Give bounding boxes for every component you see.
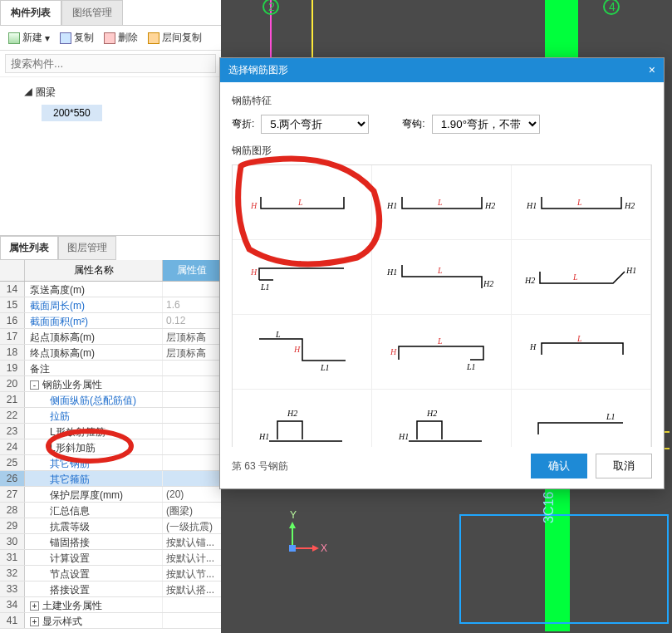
col-value: 属性值 (163, 260, 221, 281)
svg-text:H2: H2 (426, 409, 437, 418)
close-icon[interactable]: × (649, 63, 655, 77)
svg-text:L1: L1 (606, 412, 616, 421)
prop-row[interactable]: 41+显示样式 (0, 613, 221, 629)
cancel-button[interactable]: 取消 (596, 454, 652, 478)
svg-text:H: H (293, 345, 301, 354)
prop-row[interactable]: 24L形斜加筋 (0, 439, 221, 455)
new-button[interactable]: 新建 ▾ (5, 29, 53, 47)
dialog-titlebar[interactable]: 选择钢筋图形 × (220, 58, 664, 82)
tab-component-list[interactable]: 构件列表 (0, 0, 61, 25)
prop-row[interactable]: 20-钢筋业务属性 (0, 376, 221, 392)
prop-row[interactable]: 15截面周长(m)1.6 (0, 297, 221, 313)
dialog-title: 选择钢筋图形 (228, 63, 288, 77)
tab-props[interactable]: 属性列表 (0, 236, 58, 260)
svg-text:H1: H1 (398, 432, 409, 441)
shape-cell[interactable]: H1LH2 (372, 165, 512, 240)
svg-text:H1: H1 (386, 267, 397, 277)
svg-text:3C16: 3C16 (542, 492, 556, 523)
layer-copy-button[interactable]: 层间复制 (145, 29, 205, 47)
prop-row[interactable]: 16截面面积(m²)0.12 (0, 313, 221, 329)
bend-label: 弯折: (232, 117, 254, 131)
expand-icon[interactable]: + (30, 617, 39, 626)
svg-text:L1: L1 (320, 363, 330, 372)
svg-text:H2: H2 (624, 201, 635, 210)
prop-row[interactable]: 32节点设置按默认节... (0, 566, 221, 581)
props-area: 属性列表 图层管理 属性名称 属性值 14泵送高度(m)15截面周长(m)1.6… (0, 235, 221, 629)
svg-text:H1: H1 (526, 201, 537, 210)
prop-row[interactable]: 19备注 (0, 361, 221, 376)
svg-text:H1: H1 (625, 266, 636, 275)
prop-row[interactable]: 29抗震等级(一级抗震) (0, 518, 221, 534)
props-rows[interactable]: 14泵送高度(m)15截面周长(m)1.616截面面积(m²)0.1217起点顶… (0, 282, 221, 629)
svg-text:L: L (576, 334, 582, 343)
prop-row[interactable]: 33搭接设置按默认搭... (0, 581, 221, 597)
prop-row[interactable]: 14泵送高度(m) (0, 282, 221, 297)
svg-text:L: L (297, 198, 303, 207)
prop-row[interactable]: 23L形放射箍筋 (0, 424, 221, 439)
shape-cell[interactable]: H1H2 (233, 390, 372, 447)
prop-row[interactable]: 27保护层厚度(mm)(20) (0, 487, 221, 503)
prop-row[interactable]: 30锚固搭接按默认锚... (0, 534, 221, 550)
shape-cell[interactable]: HL (233, 165, 372, 240)
shape-grid: HL H1LH2 H1LH2 HLL1 H1LH2 H2LH1 LHL1 (232, 164, 652, 447)
left-panel: 构件列表 图纸管理 新建 ▾ 复制 删除 层间复制 ◢ 圈梁 200*550 属… (0, 0, 221, 633)
svg-text:Y: Y (290, 509, 297, 521)
delete-icon (104, 32, 115, 44)
shape-cell[interactable]: H1H2 (372, 390, 512, 447)
svg-text:L: L (572, 272, 578, 282)
svg-rect-20 (289, 545, 296, 552)
shape-cell[interactable]: L1 (512, 390, 651, 447)
section-features: 钢筋特征 (232, 94, 652, 108)
delete-button[interactable]: 删除 (101, 29, 141, 47)
expand-icon[interactable]: + (30, 601, 39, 611)
hook-select[interactable]: 1.90°弯折，不带弯钩 (432, 115, 540, 134)
svg-text:L: L (437, 198, 443, 207)
tree-child[interactable]: 200*550 (42, 105, 102, 121)
svg-text:2: 2 (268, 0, 275, 13)
svg-text:H2: H2 (524, 276, 535, 285)
shape-cell[interactable]: HLL1 (233, 240, 372, 315)
svg-text:L1: L1 (260, 282, 270, 292)
prop-row[interactable]: 28汇总信息(圈梁) (0, 503, 221, 518)
shape-cell[interactable]: H1LH2 (512, 165, 651, 240)
svg-text:L: L (297, 259, 303, 268)
copy-icon (60, 32, 71, 44)
props-header: 属性名称 属性值 (0, 260, 221, 282)
prop-row[interactable]: 22拉筋 (0, 408, 221, 424)
shape-cell[interactable]: LHL1 (233, 315, 372, 390)
ok-button[interactable]: 确认 (531, 454, 587, 478)
col-name: 属性名称 (25, 260, 163, 281)
tab-layer-mgmt[interactable]: 图层管理 (58, 236, 116, 260)
shape-cell[interactable]: H2LH1 (512, 240, 651, 315)
prop-row[interactable]: 18终点顶标高(m)层顶标高 (0, 345, 221, 361)
svg-text:H: H (250, 201, 258, 210)
dialog-status: 第 63 号钢筋 (232, 459, 288, 474)
search-input[interactable] (5, 54, 216, 73)
shape-cell[interactable]: H1LH2 (372, 240, 512, 315)
prop-row[interactable]: 31计算设置按默认计... (0, 550, 221, 566)
svg-rect-5 (545, 0, 578, 58)
copy-button[interactable]: 复制 (56, 29, 97, 47)
svg-text:H: H (250, 267, 258, 277)
tab-drawing-mgmt[interactable]: 图纸管理 (61, 0, 123, 25)
new-icon (8, 32, 20, 44)
prop-row[interactable]: 21侧面纵筋(总配筋值) (0, 392, 221, 408)
rebar-shape-dialog: 选择钢筋图形 × 钢筋特征 弯折: 5.两个弯折 弯钩: 1.90°弯折，不带弯… (219, 57, 665, 489)
prop-row[interactable]: 34+土建业务属性 (0, 597, 221, 613)
shape-cell[interactable]: HLL1 (372, 315, 512, 390)
bend-select[interactable]: 5.两个弯折 (261, 115, 369, 134)
prop-row[interactable]: 17起点顶标高(m)层顶标高 (0, 329, 221, 345)
component-toolbar: 新建 ▾ 复制 删除 层间复制 (0, 26, 221, 51)
component-tree: ◢ 圈梁 200*550 (0, 77, 221, 227)
prop-row[interactable]: 26其它箍筋 (0, 471, 221, 487)
hook-label: 弯钩: (402, 117, 424, 131)
svg-text:L: L (437, 266, 443, 275)
svg-text:L: L (437, 336, 443, 346)
shape-cell[interactable]: HL (512, 315, 651, 390)
svg-text:X: X (321, 542, 327, 554)
svg-text:H1: H1 (258, 432, 269, 441)
prop-row[interactable]: 25其它钢筋 (0, 455, 221, 471)
svg-text:H: H (390, 347, 397, 356)
tree-root[interactable]: ◢ 圈梁 (8, 84, 213, 101)
expand-icon[interactable]: - (30, 380, 39, 390)
